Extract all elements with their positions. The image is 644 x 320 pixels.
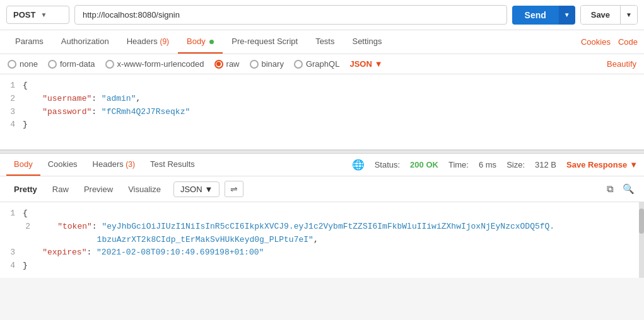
req-line-num-4: 4	[0, 118, 23, 132]
save-arrow-button[interactable]: ▼	[620, 6, 637, 24]
req-line-content-4: }	[23, 118, 644, 132]
tab-authorization[interactable]: Authorization	[52, 30, 118, 54]
fmt-tab-visualize[interactable]: Visualize	[122, 181, 167, 197]
body-type-raw-label: raw	[226, 59, 240, 69]
fmt-tab-pretty[interactable]: Pretty	[8, 181, 44, 197]
body-type-form-data-label: form-data	[60, 59, 95, 69]
resp-line-num-4: 4	[0, 260, 23, 273]
body-type-binary-label: binary	[262, 59, 284, 69]
copy-icon[interactable]: ⧉	[605, 181, 616, 197]
headers-badge: (9)	[160, 37, 169, 46]
save-button[interactable]: Save	[581, 6, 620, 24]
resp-line-1: 1 {	[0, 207, 644, 220]
tab-body[interactable]: Body	[178, 30, 223, 54]
body-type-form-data[interactable]: form-data	[48, 59, 95, 69]
body-type-none-label: none	[20, 59, 38, 69]
beautify-button[interactable]: Beautify	[607, 59, 636, 69]
size-value: 312 B	[535, 160, 556, 169]
body-active-dot	[209, 40, 214, 44]
tab-tests[interactable]: Tests	[307, 30, 343, 54]
body-type-urlencoded[interactable]: x-www-form-urlencoded	[105, 59, 204, 69]
body-type-graphql[interactable]: GraphQL	[294, 59, 339, 69]
req-line-3: 3 "password": "fCRmh4Q2J7Rseqkz"	[0, 106, 644, 119]
response-status-bar: 🌐 Status: 200 OK Time: 6 ms Size: 312 B …	[352, 159, 638, 171]
req-key-password: "password"	[42, 107, 91, 117]
top-bar: POST ▼ Send ▼ Save ▼	[0, 0, 644, 30]
code-link[interactable]: Code	[618, 37, 638, 47]
save-response-button[interactable]: Save Response ▼	[566, 160, 638, 169]
body-type-binary[interactable]: binary	[250, 59, 284, 69]
response-format-arrow-icon: ▼	[205, 185, 213, 194]
resp-line-num-2: 2	[15, 220, 38, 234]
scrollbar-thumb	[639, 209, 644, 234]
body-type-none[interactable]: none	[8, 59, 38, 69]
req-line-num-1: 1	[0, 79, 23, 93]
status-value: 200 OK	[410, 160, 438, 169]
send-arrow-button[interactable]: ▼	[559, 6, 575, 25]
req-line-num-3: 3	[0, 106, 23, 119]
nav-right: Cookies Code	[581, 37, 638, 47]
req-line-content-2: "username": "admin",	[23, 93, 644, 106]
resp-line-2: 2 "token": "eyJhbGciOiJIUzI1NiIsInR5cCI6…	[0, 220, 644, 247]
fmt-tab-raw[interactable]: Raw	[46, 181, 75, 197]
send-button[interactable]: Send	[512, 6, 559, 25]
radio-form-data	[48, 60, 57, 69]
resp-key-token: "token"	[57, 222, 92, 231]
resp-line-content-4: }	[23, 260, 644, 273]
req-line-num-2: 2	[0, 93, 23, 106]
save-button-group: Save ▼	[580, 5, 638, 25]
tab-params[interactable]: Params	[6, 30, 52, 54]
resp-line-num-3: 3	[0, 246, 23, 260]
format-right-actions: ⧉ 🔍	[605, 181, 636, 197]
body-format-arrow-icon: ▼	[375, 59, 383, 69]
resp-key-expires: "expires"	[42, 248, 86, 257]
send-button-group: Send ▼	[512, 6, 575, 25]
resp-tab-body[interactable]: Body	[6, 154, 40, 176]
resp-line-content-2: "token": "eyJhbGciOiJIUzI1NiIsInR5cCI6Ik…	[38, 220, 644, 247]
scrollbar[interactable]	[639, 202, 644, 278]
resp-tab-cookies[interactable]: Cookies	[40, 154, 85, 176]
resp-line-num-1: 1	[0, 207, 23, 220]
req-line-content-3: "password": "fCRmh4Q2J7Rseqkz"	[23, 106, 644, 119]
req-line-content-1: {	[23, 79, 644, 93]
body-type-raw[interactable]: raw	[214, 59, 240, 69]
resp-val-token: "eyJhbGciOiJIUzI1NiIsInR5cCI6IkpkXVCJ9.e…	[38, 222, 554, 244]
req-val-username: "admin"	[102, 94, 136, 103]
fmt-tab-preview[interactable]: Preview	[78, 181, 119, 197]
radio-graphql	[294, 60, 303, 69]
body-format-label: JSON	[349, 59, 372, 69]
req-key-username: "username"	[42, 94, 91, 103]
body-format-select[interactable]: JSON ▼	[349, 59, 382, 69]
response-format-select[interactable]: JSON ▼	[173, 181, 220, 197]
req-line-2: 2 "username": "admin",	[0, 93, 644, 106]
url-input[interactable]	[74, 5, 507, 25]
request-body-editor[interactable]: 1 { 2 "username": "admin", 3 "password":…	[0, 74, 644, 150]
time-value: 6 ms	[479, 160, 496, 169]
resp-headers-badge: (3)	[126, 160, 135, 169]
cookies-link[interactable]: Cookies	[581, 37, 611, 47]
body-type-urlencoded-label: x-www-form-urlencoded	[117, 59, 204, 69]
wrap-button[interactable]: ⇌	[225, 181, 243, 197]
response-body: 1 { 2 "token": "eyJhbGciOiJIUzI1NiIsInR5…	[0, 202, 644, 278]
resp-line-content-3: "expires": "2021-02-08T09:10:49.699198+0…	[23, 246, 644, 260]
radio-urlencoded	[105, 60, 114, 69]
time-label: Time:	[448, 160, 469, 169]
radio-none	[8, 60, 16, 69]
resp-tab-headers[interactable]: Headers (3)	[85, 154, 143, 176]
response-tabs: Body Cookies Headers (3) Test Results 🌐 …	[0, 154, 644, 176]
search-icon[interactable]: 🔍	[621, 181, 636, 197]
req-val-password: "fCRmh4Q2J7Rseqkz"	[102, 107, 190, 117]
globe-icon: 🌐	[352, 159, 365, 171]
tab-settings[interactable]: Settings	[343, 30, 390, 54]
method-label: POST	[13, 10, 35, 20]
resp-tab-test-results[interactable]: Test Results	[143, 154, 202, 176]
radio-raw	[214, 60, 223, 69]
resp-line-content-1: {	[23, 207, 644, 220]
tab-pre-request[interactable]: Pre-request Script	[223, 30, 307, 54]
save-response-arrow-icon: ▼	[629, 160, 638, 169]
tab-headers[interactable]: Headers (9)	[118, 30, 178, 54]
resp-line-4: 4 }	[0, 260, 644, 273]
method-select[interactable]: POST ▼	[6, 6, 69, 24]
body-type-bar: none form-data x-www-form-urlencoded raw…	[0, 54, 644, 74]
nav-tabs: Params Authorization Headers (9) Body Pr…	[0, 30, 644, 54]
